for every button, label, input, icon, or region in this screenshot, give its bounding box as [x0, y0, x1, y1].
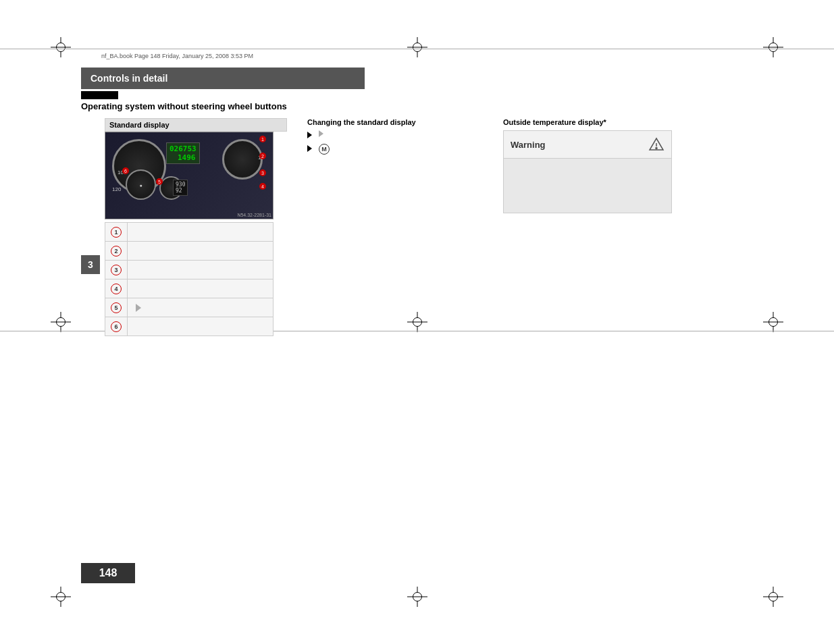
- reg-mark-bottom-right: [763, 587, 783, 607]
- changing-display-title: Changing the standard display: [307, 118, 456, 126]
- section-header-bar: Controls in detail: [81, 68, 371, 89]
- changing-display-section: Changing the standard display M: [307, 118, 456, 157]
- reg-mark-bottom-left: [51, 587, 71, 607]
- reg-mark-top-left: [51, 37, 71, 57]
- table-row: 6: [105, 317, 273, 336]
- outside-temp-title: Outside temperature display*: [503, 118, 685, 126]
- warning-box: Warning: [503, 130, 672, 213]
- reg-mark-mid-right: [763, 312, 783, 332]
- page-number-badge: 148: [81, 563, 135, 583]
- file-label: nf_BA.book Page 148 Friday, January 25, …: [101, 53, 253, 59]
- section-subtitle: Operating system without steering wheel …: [81, 101, 287, 111]
- svg-point-1: [656, 148, 657, 149]
- numbered-items-table: 1 2 3 4 5 6: [105, 222, 273, 336]
- section-number-badge: 3: [81, 255, 100, 274]
- bullet-row-1: [307, 130, 456, 138]
- top-rule: [0, 49, 834, 49]
- bullet-arrow-icon-2: [307, 145, 312, 152]
- standard-display-label: Standard display: [105, 118, 287, 132]
- warning-title-text: Warning: [511, 140, 546, 150]
- reg-mark-top-right: [763, 37, 783, 57]
- outside-temp-section: Outside temperature display* Warning: [503, 118, 685, 213]
- standard-display-section: Standard display 100 120 0267531496 10 1…: [105, 118, 287, 336]
- section-title: Controls in detail: [81, 68, 365, 89]
- bullet-arrow-icon: [307, 132, 312, 138]
- bullet-row-2: M: [307, 144, 456, 155]
- table-row: 3: [105, 261, 273, 279]
- table-row: 1: [105, 223, 273, 242]
- reg-mark-mid-left: [51, 312, 71, 332]
- reg-mark-mid-top: [407, 37, 427, 57]
- table-row: 5: [105, 298, 273, 317]
- circle-m-icon: M: [319, 144, 330, 155]
- tri-outline-icon-1: [319, 130, 323, 137]
- reg-mark-mid-bottom: [407, 587, 427, 607]
- warning-header: Warning: [504, 131, 671, 159]
- reg-mark-mid-center: [407, 312, 427, 332]
- bullet-text-2: M: [316, 144, 330, 155]
- instrument-cluster-image: 100 120 0267531496 10 1 2 3 4 ● 6 5 930 …: [105, 132, 273, 219]
- black-bar: [81, 91, 118, 99]
- bullet-text-1: [316, 130, 323, 138]
- warning-triangle-icon: [648, 136, 664, 153]
- table-row: 4: [105, 279, 273, 298]
- warning-body: [504, 159, 671, 213]
- table-row: 2: [105, 242, 273, 261]
